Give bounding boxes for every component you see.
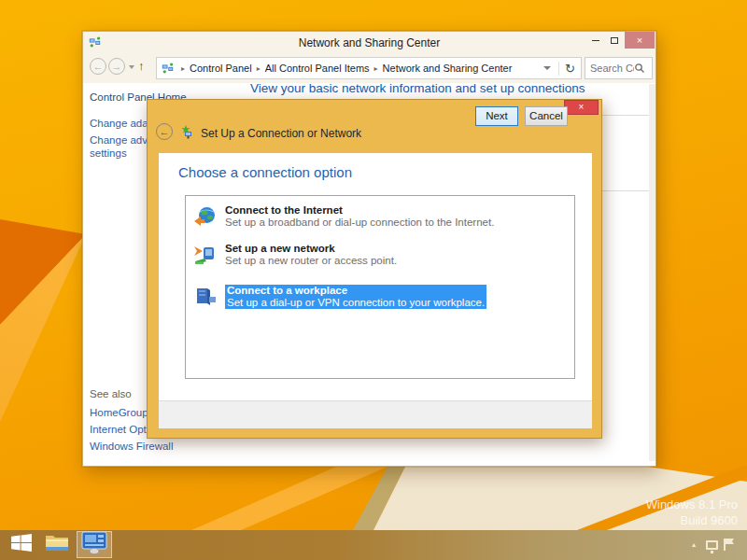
dialog-back-button[interactable]: ← <box>156 123 173 140</box>
page-title: View your basic network information and … <box>250 81 652 95</box>
setup-connection-dialog: – × ← Set Up a Connection or Network Cho… <box>147 99 602 439</box>
taskbar: ▴ <box>0 530 747 560</box>
maximize-button[interactable] <box>606 32 623 49</box>
search-icon <box>634 63 645 74</box>
option-desc: Set up a new router or access point. <box>225 255 397 267</box>
dialog-close-button[interactable]: × <box>564 100 599 115</box>
recent-pages-dropdown-icon[interactable] <box>129 65 134 69</box>
control-panel-icon <box>80 531 108 558</box>
windows-watermark: Windows 8.1 Pro Build 9600 <box>646 497 738 528</box>
breadcrumb-control-panel[interactable]: Control Panel <box>190 63 252 74</box>
desktop: Windows 8.1 Pro Build 9600 Network and S… <box>0 0 747 560</box>
option-connect-internet[interactable]: Connect to the Internet Set up a broadba… <box>193 204 567 232</box>
up-button[interactable]: ↑ <box>138 59 145 73</box>
watermark-build: Build 9600 <box>646 512 738 528</box>
next-button[interactable]: Next <box>475 106 518 126</box>
option-title: Connect to the Internet <box>225 204 494 217</box>
maximize-icon <box>611 37 618 44</box>
tray-flag-icon <box>724 539 735 551</box>
minimize-button[interactable] <box>587 32 604 49</box>
back-button[interactable]: ← <box>90 58 106 75</box>
back-icon: ← <box>93 61 104 72</box>
dialog-content: Choose a connection option Connect t <box>159 153 592 400</box>
selected-option-highlight: Connect to a workplace Set up a dial-up … <box>225 285 486 309</box>
close-icon: × <box>637 35 642 46</box>
crumb-separator-icon: ▸ <box>176 64 190 73</box>
address-network-icon <box>157 63 176 75</box>
breadcrumb-all-items[interactable]: All Control Panel Items <box>265 63 370 74</box>
forward-icon: → <box>112 61 122 72</box>
option-connect-workplace[interactable]: Connect to a workplace Set up a dial-up … <box>193 285 567 313</box>
option-new-network[interactable]: Set up a new network Set up a new router… <box>193 243 567 271</box>
start-button[interactable] <box>6 531 37 558</box>
search-input[interactable] <box>585 63 634 74</box>
address-dropdown-icon[interactable] <box>543 66 551 70</box>
close-button[interactable]: × <box>625 32 655 49</box>
crumb-separator-icon: ▸ <box>252 64 265 73</box>
option-title: Connect to a workplace <box>227 285 485 297</box>
new-network-icon <box>193 243 218 271</box>
minimize-icon <box>592 40 599 41</box>
file-explorer-button[interactable] <box>41 531 73 558</box>
option-title: Set up a new network <box>225 243 397 255</box>
back-icon: ← <box>160 126 170 137</box>
tray-show-hidden-icon: ▴ <box>692 540 696 549</box>
close-icon: × <box>579 102 585 112</box>
window-title: Network and Sharing Center <box>83 36 655 49</box>
tray-display-button[interactable] <box>702 531 721 558</box>
action-center-button[interactable] <box>721 531 738 558</box>
tray-display-icon <box>706 540 718 550</box>
connection-options-list: Connect to the Internet Set up a broadba… <box>185 195 575 379</box>
crumb-separator-icon: ▸ <box>370 64 383 73</box>
up-icon: ↑ <box>138 59 145 73</box>
option-desc: Set up a broadband or dial-up connection… <box>225 217 494 229</box>
search-box[interactable] <box>585 57 653 79</box>
refresh-icon: ↻ <box>565 62 575 76</box>
setup-network-icon <box>180 125 195 144</box>
control-panel-button[interactable] <box>77 531 112 558</box>
breadcrumb-current[interactable]: Network and Sharing Center <box>383 63 513 74</box>
refresh-button[interactable]: ↻ <box>558 62 581 76</box>
internet-globe-icon <box>193 204 218 232</box>
dialog-title: Set Up a Connection or Network <box>201 127 361 140</box>
dialog-heading: Choose a connection option <box>178 164 352 180</box>
forward-button[interactable]: → <box>108 58 125 75</box>
cancel-button[interactable]: Cancel <box>525 106 568 126</box>
watermark-edition: Windows 8.1 Pro <box>646 497 738 512</box>
sidebar-item-windows-firewall[interactable]: Windows Firewall <box>90 440 239 453</box>
file-explorer-icon <box>45 533 69 556</box>
scrollbar[interactable] <box>649 84 655 461</box>
workplace-icon <box>193 285 218 313</box>
option-desc: Set up a dial-up or VPN connection to yo… <box>227 297 485 309</box>
address-bar[interactable]: ▸ Control Panel ▸ All Control Panel Item… <box>156 57 582 79</box>
dialog-footer <box>159 400 592 428</box>
tray-show-hidden-button[interactable]: ▴ <box>687 531 700 558</box>
start-icon <box>11 534 33 555</box>
